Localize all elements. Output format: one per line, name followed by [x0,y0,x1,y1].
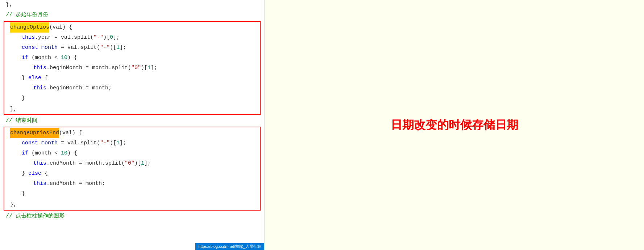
fn1-line7: } [4,93,260,103]
fn2-name-highlight: changeOptiosEnd [10,128,59,138]
code-block-1: changeOptios(val) { this.year = val.spli… [4,21,261,115]
url-bar: https://blog.csdn.net/前端_人员估算 [195,243,264,250]
fn1-name-highlight: changeOptios [10,22,49,33]
code-block-2: changeOptiosEnd(val) { const month = val… [4,127,261,211]
fn2-line1: const month = val.split("-")[1]; [4,138,260,148]
fn2-line2: if (month < 10) { [4,148,260,158]
fn2-line5: this.endMonth = month; [4,179,260,189]
fn1-params: (val) { [49,22,72,33]
annotation-panel: 日期改变的时候存储日期 [265,0,644,250]
annotation-label: 日期改变的时候存储日期 [391,117,518,133]
fn1-line2: const month = val.split("-")[1]; [4,43,260,53]
fn2-header: changeOptiosEnd(val) { [4,128,260,138]
comment-begin-date: // 起始年份月份 [0,10,264,20]
fn2-footer: }, [4,200,260,210]
fn1-line5: } else { [4,73,260,83]
fn1-header: changeOptios(val) { [4,22,260,33]
fn1-footer: }, [4,104,260,114]
top-brace: }, [6,0,12,10]
fn1-line4: this.beginMonth = month.split("0")[1]; [4,63,260,73]
fn1-line3: if (month < 10) { [4,53,260,63]
fn2-line6: } [4,189,260,199]
fn1-line6: this.beginMonth = month; [4,83,260,93]
code-area: }, // 起始年份月份 changeOptios(val) { this.ye… [0,0,264,221]
fn2-params: (val) { [59,128,82,138]
fn1-line1: this.year = val.split("-")[0]; [4,33,260,43]
fn2-line3: this.endMonth = month.split("0")[1]; [4,158,260,169]
fn2-line4: } else { [4,169,260,179]
comment-chart-ops: // 点击柱柱操作的图形 [0,211,264,221]
comment-end-time: // 结束时间 [0,116,264,126]
code-panel: }, // 起始年份月份 changeOptios(val) { this.ye… [0,0,265,250]
top-brace-line: }, [0,0,264,10]
